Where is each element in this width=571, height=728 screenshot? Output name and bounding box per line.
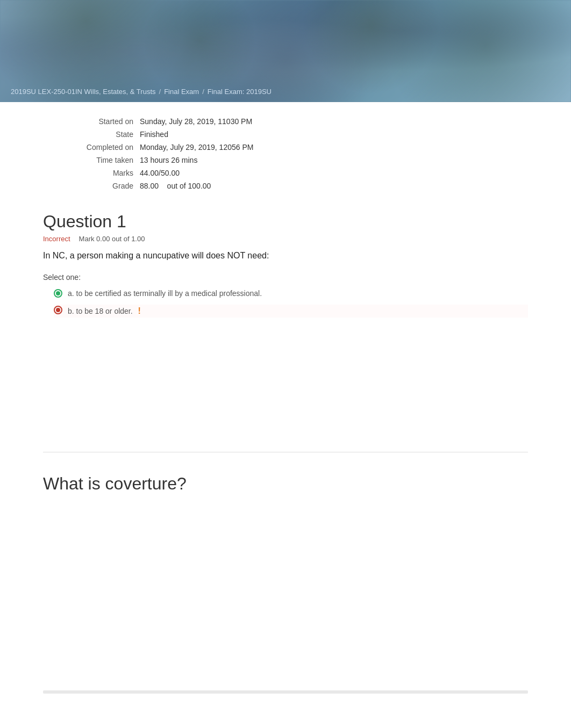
marks-label: Marks xyxy=(54,167,140,179)
exam-info-table: Started on Sunday, July 28, 2019, 11030 … xyxy=(54,115,376,192)
breadcrumb-item2[interactable]: Final Exam: 2019SU xyxy=(208,88,272,96)
started-on-value: Sunday, July 28, 2019, 11030 PM xyxy=(140,115,376,128)
marks-value: 44.00/50.00 xyxy=(140,167,376,179)
answer-option-a[interactable]: a. to be certified as terminally ill by … xyxy=(54,288,528,299)
select-one-label: Select one: xyxy=(43,273,528,282)
option-a-text: to be certified as terminally ill by a m… xyxy=(76,289,262,298)
radio-option-a xyxy=(54,289,62,298)
breadcrumb-sep2: / xyxy=(202,88,204,96)
breadcrumb-item1[interactable]: Final Exam xyxy=(164,88,199,96)
warning-icon: ! xyxy=(138,306,141,315)
question1-title: Question 1 xyxy=(43,212,528,232)
breadcrumb: 2019SU LEX-250-01IN Wills, Estates, & Tr… xyxy=(11,88,272,96)
grade-number: 88.00 xyxy=(140,182,159,190)
state-value: Finished xyxy=(140,128,376,141)
spacer xyxy=(0,328,571,436)
question1-section: Question 1 Incorrect Mark 0.00 out of 1.… xyxy=(0,201,571,328)
answer-option-b[interactable]: b. to be 18 or older. ! xyxy=(54,305,528,318)
breadcrumb-sep1: / xyxy=(159,88,161,96)
grade-out-of: out of 100.00 xyxy=(167,182,211,190)
option-b-text: to be 18 or older. xyxy=(76,307,133,315)
exam-info-section: Started on Sunday, July 28, 2019, 11030 … xyxy=(0,102,571,201)
question2-title: What is coverture? xyxy=(43,474,528,494)
time-taken-label: Time taken xyxy=(54,154,140,167)
completed-on-value: Monday, July 29, 2019, 12056 PM xyxy=(140,141,376,154)
started-on-label: Started on xyxy=(54,115,140,128)
answer-options: a. to be certified as terminally ill by … xyxy=(43,288,528,318)
answer-text-b: b. to be 18 or older. ! xyxy=(68,305,141,318)
section-divider xyxy=(43,452,528,452)
state-label: State xyxy=(54,128,140,141)
question1-mark: Mark 0.00 out of 1.00 xyxy=(79,235,145,243)
question2-content-spacer xyxy=(0,508,571,669)
option-a-letter: a. xyxy=(68,289,74,298)
question1-meta: Incorrect Mark 0.00 out of 1.00 xyxy=(43,235,528,243)
question1-text: In NC, a person making a nuncupative wil… xyxy=(43,249,528,262)
header-banner: 2019SU LEX-250-01IN Wills, Estates, & Tr… xyxy=(0,0,571,102)
question2-section: What is coverture? xyxy=(0,468,571,508)
breadcrumb-course[interactable]: 2019SU LEX-250-01IN Wills, Estates, & Tr… xyxy=(11,88,156,96)
time-taken-value: 13 hours 26 mins xyxy=(140,154,376,167)
grade-value: 88.00 out of 100.00 xyxy=(140,179,376,192)
footer-area xyxy=(0,694,571,728)
completed-on-label: Completed on xyxy=(54,141,140,154)
answer-text-a: a. to be certified as terminally ill by … xyxy=(68,288,262,299)
banner-overlay xyxy=(0,0,571,102)
option-b-letter: b. xyxy=(68,307,74,315)
radio-option-b xyxy=(54,306,62,314)
grade-label: Grade xyxy=(54,179,140,192)
question1-status: Incorrect xyxy=(43,235,70,243)
